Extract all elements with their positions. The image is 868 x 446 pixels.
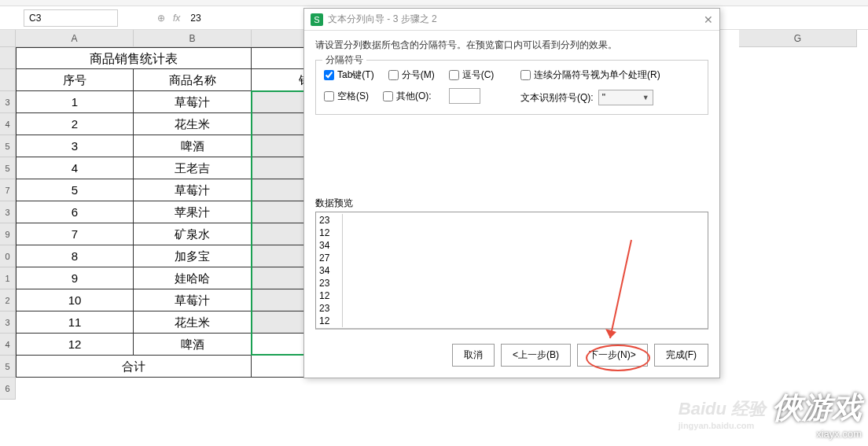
table-cell[interactable]: 12 — [16, 334, 134, 356]
formula-input[interactable] — [188, 10, 267, 26]
preview-cell: 12 — [319, 289, 343, 302]
preview-cell: 12 — [319, 227, 343, 239]
text-qualifier-combo[interactable]: " ▼ — [598, 90, 653, 105]
checkbox-space[interactable]: 空格(S) — [324, 90, 369, 103]
fx-label: fx — [173, 13, 180, 24]
table-cell[interactable]: 花生米 — [134, 311, 252, 334]
other-delimiter-input[interactable] — [449, 88, 480, 104]
table-cell[interactable]: 10 — [16, 289, 134, 311]
preview-cell: 27 — [319, 252, 343, 264]
table-cell[interactable]: 花生米 — [134, 113, 252, 135]
preview-cell: 23 — [319, 302, 343, 315]
zoom-icon[interactable]: ⊕ — [157, 13, 165, 24]
table-cell[interactable]: 7 — [16, 223, 134, 245]
table-cell[interactable]: 6 — [16, 201, 134, 223]
table-cell[interactable]: 娃哈哈 — [134, 267, 252, 289]
table-cell[interactable]: 王老吉 — [134, 157, 252, 179]
table-cell[interactable]: 8 — [16, 245, 134, 267]
table-cell[interactable]: 加多宝 — [134, 245, 252, 267]
watermark-game: 俠游戏 xiayx.com — [772, 388, 862, 440]
total-label[interactable]: 合计 — [16, 356, 252, 378]
preview-cell: 34 — [319, 264, 343, 277]
cancel-button[interactable]: 取消 — [452, 344, 495, 367]
table-cell[interactable]: 啤酒 — [134, 135, 252, 157]
checkbox-other[interactable]: 其他(O): — [383, 90, 432, 103]
data-preview[interactable]: 23 12 34 27 34 23 12 23 12 — [315, 212, 708, 330]
header-name[interactable]: 商品名称 — [134, 69, 252, 91]
table-cell[interactable]: 草莓汁 — [134, 91, 252, 113]
dialog-title-text: 文本分列向导 - 3 步骤之 2 — [328, 13, 437, 26]
close-icon[interactable]: ✕ — [704, 13, 713, 26]
row-headers: 3 455 739 012 345 6 — [0, 30, 16, 400]
watermark-baidu: Baidu 经验 jingyan.baidu.com — [679, 397, 766, 430]
cell-reference-input[interactable] — [24, 9, 118, 27]
header-seq[interactable]: 序号 — [16, 69, 134, 91]
table-cell[interactable]: 11 — [16, 311, 134, 334]
next-button[interactable]: 下一步(N)> — [577, 344, 648, 367]
delimiter-legend: 分隔符号 — [322, 53, 366, 67]
back-button[interactable]: <上一步(B) — [501, 344, 571, 367]
chevron-down-icon: ▼ — [642, 94, 649, 101]
table-cell[interactable]: 苹果汁 — [134, 201, 252, 223]
checkbox-consecutive[interactable]: 连续分隔符号视为单个处理(R) — [520, 68, 660, 82]
col-header-b[interactable]: B — [134, 30, 252, 47]
table-cell[interactable]: 5 — [16, 179, 134, 201]
preview-cell: 23 — [319, 277, 343, 289]
table-cell[interactable]: 啤酒 — [134, 334, 252, 356]
preview-cell: 12 — [319, 315, 343, 327]
col-header-a[interactable]: A — [16, 30, 134, 47]
preview-cell: 23 — [319, 214, 343, 227]
table-cell[interactable]: 1 — [16, 91, 134, 113]
checkbox-tab[interactable]: Tab键(T) — [324, 68, 374, 82]
checkbox-semicolon[interactable]: 分号(M) — [388, 68, 435, 82]
table-title[interactable]: 商品销售统计表 — [16, 47, 252, 69]
table-cell[interactable]: 3 — [16, 135, 134, 157]
preview-label: 数据预览 — [315, 197, 708, 210]
text-qualifier-label: 文本识别符号(Q): — [520, 91, 594, 105]
col-header-g[interactable]: G — [739, 30, 857, 47]
finish-button[interactable]: 完成(F) — [654, 344, 708, 367]
dialog-description: 请设置分列数据所包含的分隔符号。在预览窗口内可以看到分列的效果。 — [315, 39, 708, 52]
table-cell[interactable]: 4 — [16, 157, 134, 179]
table-cell[interactable]: 2 — [16, 113, 134, 135]
table-cell[interactable]: 矿泉水 — [134, 223, 252, 245]
preview-cell: 34 — [319, 239, 343, 252]
table-cell[interactable]: 草莓汁 — [134, 179, 252, 201]
text-to-columns-dialog: S 文本分列向导 - 3 步骤之 2 ✕ 请设置分列数据所包含的分隔符号。在预览… — [303, 8, 720, 378]
app-icon: S — [311, 13, 323, 26]
checkbox-comma[interactable]: 逗号(C) — [449, 68, 495, 82]
table-cell[interactable]: 9 — [16, 267, 134, 289]
table-cell[interactable]: 草莓汁 — [134, 289, 252, 311]
dialog-titlebar[interactable]: S 文本分列向导 - 3 步骤之 2 ✕ — [304, 9, 719, 31]
